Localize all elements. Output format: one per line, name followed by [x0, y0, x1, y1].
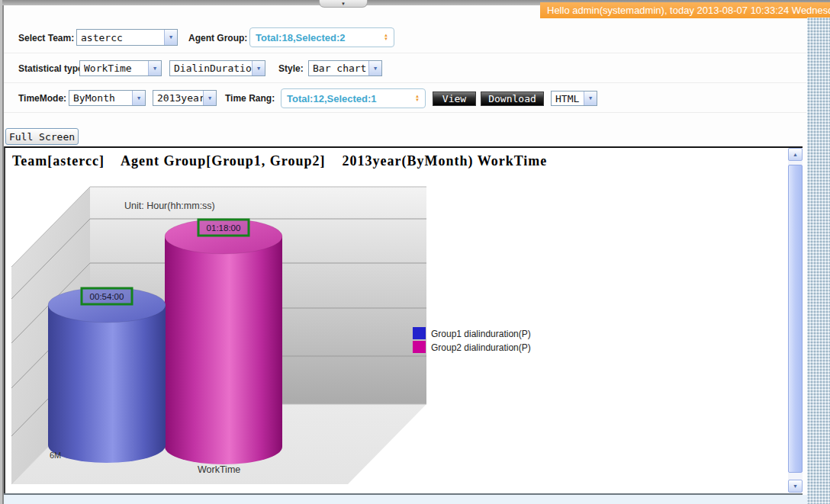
- right-scroll-texture: [807, 18, 830, 504]
- time-rang-value: Total:12,Selected:1: [287, 93, 409, 104]
- chevron-down-icon[interactable]: ▼: [368, 61, 381, 75]
- time-mode-value: ByMonth: [73, 92, 132, 104]
- chart-panel: Team[astercc] Agent Group[Group1, Group2…: [4, 146, 803, 493]
- legend-swatch: [413, 341, 426, 353]
- time-mode-select[interactable]: ByMonth ▼: [69, 90, 146, 106]
- agent-group-value: Total:18,Selected:2: [256, 32, 378, 43]
- format-select-value: HTML: [555, 93, 584, 104]
- style-select-value: Bar chart: [313, 63, 368, 74]
- select-team-label: Select Team:: [18, 33, 74, 43]
- chevron-down-icon[interactable]: ▼: [203, 91, 216, 105]
- chart-scrollbar[interactable]: ▲ ▼: [788, 148, 803, 493]
- cylinder-body: [48, 305, 166, 463]
- row-axis-label: 6M: [50, 451, 61, 460]
- bottom-strip: [4, 495, 807, 504]
- team-select-value: astercc: [81, 32, 164, 43]
- legend-label: Group2 dialinduration(P): [431, 342, 531, 353]
- scroll-down-icon: ▼: [793, 483, 798, 489]
- unit-label: Unit: Hour(hh:mm:ss): [124, 201, 215, 211]
- welcome-banner: Hello admin(systemadmin), today 2013-08-…: [540, 2, 830, 18]
- cylinder-chart: Unit: Hour(hh:mm:ss) 01:18:0000:54:00 6M…: [5, 148, 787, 493]
- stat-subtype-select[interactable]: DialinDuration ▼: [169, 60, 265, 76]
- statistical-type-label: Statistical type:: [18, 63, 86, 74]
- welcome-text: Hello admin(systemadmin), today 2013-08-…: [547, 5, 830, 16]
- collapse-arrow-icon: ▼: [341, 1, 346, 7]
- chevron-down-icon[interactable]: ▼: [252, 61, 265, 75]
- chevron-down-icon[interactable]: ▼: [148, 61, 161, 75]
- cylinder-body: [165, 236, 282, 464]
- scroll-up-icon: ▲: [793, 152, 798, 157]
- scroll-down-button[interactable]: ▼: [788, 480, 803, 493]
- row-separator: [4, 53, 806, 53]
- stat-subtype-value: DialinDuration: [174, 63, 252, 74]
- year-select[interactable]: 2013year ▼: [153, 90, 217, 106]
- year-select-value: 2013year: [157, 92, 203, 104]
- time-rang-multiselect[interactable]: Total:12,Selected:1 ▲▼: [281, 88, 426, 108]
- time-rang-label: Time Rang:: [225, 93, 275, 104]
- download-button[interactable]: Download: [481, 91, 544, 106]
- stat-type-select[interactable]: WorkTime ▼: [79, 60, 162, 76]
- agent-group-multiselect[interactable]: Total:18,Selected:2 ▲▼: [249, 27, 394, 47]
- full-screen-button[interactable]: Full Screen: [5, 128, 79, 145]
- format-select[interactable]: HTML ▼: [551, 91, 597, 106]
- row-separator: [4, 82, 806, 83]
- chevron-down-icon[interactable]: ▼: [132, 91, 145, 105]
- view-button[interactable]: View: [433, 91, 476, 106]
- spinner-icon[interactable]: ▲▼: [384, 34, 388, 41]
- agent-group-label: Agent Group:: [188, 33, 247, 43]
- legend: Group1 dialinduration(P) Group2 dialindu…: [413, 327, 531, 353]
- style-select[interactable]: Bar chart ▼: [308, 60, 382, 76]
- chart-title: Team[astercc] Agent Group[Group1, Group2…: [12, 153, 547, 169]
- category-axis-label: WorkTime: [198, 464, 240, 475]
- time-mode-label: TimeMode:: [18, 93, 66, 104]
- chevron-down-icon[interactable]: ▼: [584, 91, 597, 105]
- legend-label: Group1 dialinduration(P): [431, 329, 531, 339]
- row-separator: [4, 112, 806, 113]
- scroll-up-button[interactable]: ▲: [788, 148, 803, 161]
- spinner-icon[interactable]: ▲▼: [415, 95, 420, 102]
- legend-swatch: [413, 327, 426, 339]
- scrollbar-thumb[interactable]: [788, 165, 803, 473]
- panel-collapse-handle[interactable]: ▼: [319, 0, 368, 8]
- style-label: Style:: [278, 63, 304, 74]
- stat-type-value: WorkTime: [84, 63, 148, 74]
- value-label: 00:54:00: [90, 292, 124, 301]
- chevron-down-icon[interactable]: ▼: [164, 30, 177, 45]
- value-label: 01:18:00: [207, 223, 241, 233]
- team-select[interactable]: astercc ▼: [76, 29, 178, 46]
- app-window: ▼ Hello admin(systemadmin), today 2013-0…: [0, 0, 830, 504]
